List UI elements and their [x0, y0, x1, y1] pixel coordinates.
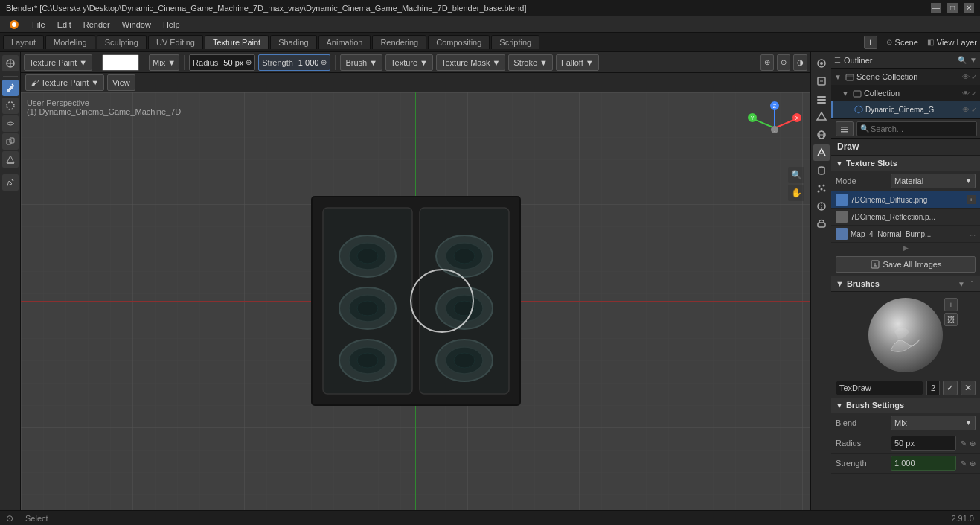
- texture-button[interactable]: Texture ▼: [385, 54, 433, 71]
- outliner-filter-icon[interactable]: ▼: [970, 56, 977, 64]
- mode-selector[interactable]: Material ▼: [891, 174, 976, 188]
- check-icon-col[interactable]: ✓: [971, 89, 977, 98]
- tab-rendering[interactable]: Rendering: [372, 35, 426, 49]
- tab-shading[interactable]: Shading: [270, 35, 316, 49]
- strength-field[interactable]: Strength 1.000 ⊕: [258, 54, 330, 71]
- search-input[interactable]: [871, 124, 973, 133]
- brushes-menu-btn[interactable]: ⋮: [968, 280, 976, 288]
- radius-settings-value-field[interactable]: 50 px: [891, 436, 956, 451]
- brushes-collapse-btn[interactable]: ▼: [958, 280, 965, 288]
- minimize-button[interactable]: —: [931, 3, 941, 13]
- engine-icon: ⊙: [886, 38, 892, 46]
- strength-settings-pen[interactable]: ✎: [961, 459, 967, 468]
- view-options[interactable]: ⊛: [760, 54, 774, 71]
- tool-soften[interactable]: [2, 98, 19, 114]
- tab-layout[interactable]: Layout: [3, 35, 44, 49]
- radius-settings-pressure[interactable]: ⊕: [970, 439, 976, 448]
- save-all-images-button[interactable]: Save All Images: [836, 256, 976, 273]
- divider-1: [97, 55, 97, 70]
- tab-sculpting[interactable]: Sculpting: [97, 35, 147, 49]
- eye-icon-sc[interactable]: 👁: [962, 73, 970, 81]
- prop-icon-particles[interactable]: [813, 180, 830, 197]
- brush-button[interactable]: Brush ▼: [340, 54, 382, 71]
- viewport-3d[interactable]: User Perspective (1) Dynamic_Cinema_Game…: [21, 92, 810, 510]
- add-workspace-button[interactable]: +: [864, 36, 877, 49]
- brush-name-field[interactable]: TexDraw: [836, 381, 923, 395]
- brush-settings-header[interactable]: ▼ Brush Settings: [831, 398, 980, 413]
- menu-help[interactable]: Help: [158, 19, 185, 31]
- texture-slot-2[interactable]: Map_4_Normal_Bump... ...: [831, 226, 980, 243]
- strength-settings-value-field[interactable]: 1.000: [891, 456, 956, 471]
- brush-delete-btn[interactable]: ✕: [961, 381, 976, 395]
- tab-compositing[interactable]: Compositing: [428, 35, 490, 49]
- prop-icon-view-layer[interactable]: [813, 91, 830, 107]
- view-btn[interactable]: View: [107, 74, 135, 91]
- object-label: (1) Dynamic_Cinema_Game_Machine_7D: [27, 107, 181, 116]
- prop-icon-scene[interactable]: [813, 109, 830, 125]
- viewport-gizmo[interactable]: Z X Y .: [745, 98, 804, 158]
- mode-value: Material: [894, 176, 923, 185]
- tool-smear[interactable]: [2, 115, 19, 132]
- check-icon-obj[interactable]: ✓: [971, 106, 977, 114]
- outliner-search-icon[interactable]: 🔍: [958, 56, 967, 64]
- strength-eyedropper[interactable]: ⊕: [321, 58, 327, 66]
- close-button[interactable]: ✕: [964, 3, 974, 13]
- zoom-in-button[interactable]: 🔍: [788, 167, 804, 183]
- brush-img-btn[interactable]: 🖼: [944, 313, 958, 326]
- menu-blender[interactable]: [3, 17, 25, 32]
- viewport-overlay: User Perspective (1) Dynamic_Cinema_Game…: [27, 98, 181, 116]
- texture-slot-0[interactable]: 7DCinema_Diffuse.png +: [831, 191, 980, 209]
- prop-icon-output[interactable]: [813, 73, 830, 89]
- prop-icon-render[interactable]: [813, 55, 830, 71]
- texture-slot-1[interactable]: 7DCinema_Reflection.p...: [831, 209, 980, 226]
- menu-file[interactable]: File: [27, 19, 51, 31]
- menu-window[interactable]: Window: [117, 19, 156, 31]
- texture-slots-header[interactable]: ▼ Texture Slots: [831, 156, 980, 171]
- scene-collection-row[interactable]: ▼ Scene Collection 👁 ✓: [831, 69, 980, 85]
- add-slot-btn[interactable]: +: [967, 195, 976, 204]
- tab-texture-paint[interactable]: Texture Paint: [205, 35, 269, 49]
- tool-annotate[interactable]: [2, 174, 19, 191]
- tab-modeling[interactable]: Modeling: [45, 35, 95, 49]
- tool-draw[interactable]: [2, 80, 19, 96]
- prop-icon-physics[interactable]: [813, 198, 830, 214]
- check-icon-sc[interactable]: ✓: [971, 73, 977, 81]
- color-swatch[interactable]: [102, 54, 139, 71]
- tool-fill[interactable]: [2, 151, 19, 168]
- falloff-button[interactable]: Falloff ▼: [556, 54, 599, 71]
- pan-button[interactable]: ✋: [788, 185, 804, 201]
- shading-btn[interactable]: ◑: [793, 54, 807, 71]
- prop-icon-object-data[interactable]: [813, 144, 830, 161]
- radius-settings-pen[interactable]: ✎: [961, 439, 967, 448]
- eye-icon-col[interactable]: 👁: [962, 89, 970, 98]
- tool-cursor[interactable]: [2, 55, 19, 71]
- brush-pin-btn[interactable]: ✓: [943, 381, 958, 395]
- tab-scripting[interactable]: Scripting: [491, 35, 539, 49]
- stroke-button[interactable]: Stroke ▼: [508, 54, 553, 71]
- mode-switcher[interactable]: Texture Paint ▼: [24, 54, 92, 71]
- prop-icon-modifier[interactable]: [813, 162, 830, 179]
- menu-edit[interactable]: Edit: [52, 19, 77, 31]
- blend-selector[interactable]: Mix ▼: [149, 54, 179, 71]
- radius-eyedropper[interactable]: ⊕: [246, 58, 252, 66]
- object-row[interactable]: Dynamic_Cinema_G 👁 ✓: [831, 101, 980, 118]
- texture-mask-button[interactable]: Texture Mask ▼: [436, 54, 505, 71]
- strength-settings-pressure[interactable]: ⊕: [970, 459, 976, 468]
- blend-value-select[interactable]: Mix ▼: [891, 416, 976, 430]
- tool-clone[interactable]: [2, 133, 19, 150]
- eye-icon-obj[interactable]: 👁: [962, 106, 970, 114]
- brush-add-btn[interactable]: +: [944, 298, 958, 311]
- tab-uv-editing[interactable]: UV Editing: [148, 35, 203, 49]
- sub-toolbar: 🖌 Texture Paint ▼ View: [21, 73, 810, 92]
- radius-field[interactable]: Radius 50 px ⊕: [189, 54, 255, 71]
- prop-icon-constraints[interactable]: [813, 216, 830, 232]
- overlay-btn[interactable]: ⊙: [777, 54, 790, 71]
- menu-render[interactable]: Render: [78, 19, 115, 31]
- tab-animation[interactable]: Animation: [318, 35, 371, 49]
- paint-mode-btn[interactable]: 🖌 Texture Paint ▼: [25, 74, 104, 91]
- prop-icon-world[interactable]: [813, 127, 830, 143]
- search-box[interactable]: 🔍: [856, 121, 977, 136]
- collection-row[interactable]: ▼ Collection 👁 ✓: [831, 85, 980, 101]
- panel-menu-btn[interactable]: [836, 121, 854, 136]
- maximize-button[interactable]: □: [947, 3, 958, 13]
